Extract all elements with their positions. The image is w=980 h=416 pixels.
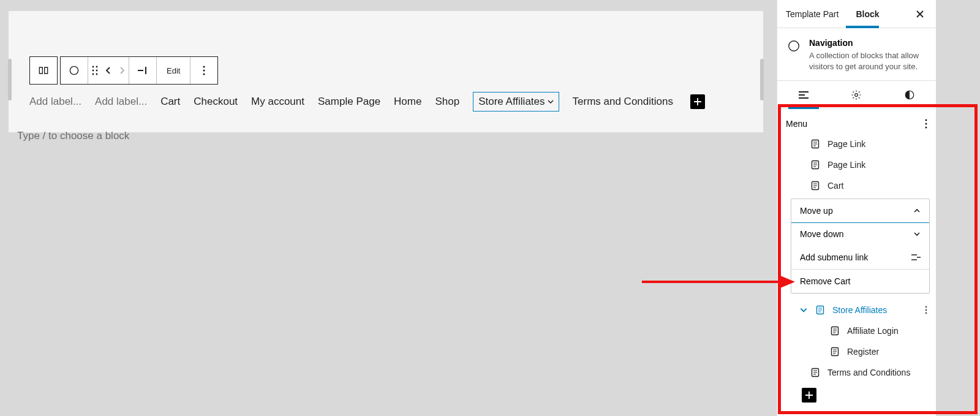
- nav-placeholder-1[interactable]: Add label...: [29, 96, 81, 108]
- svg-point-12: [789, 41, 799, 51]
- svg-point-5: [92, 74, 94, 75]
- block-options-button[interactable]: [190, 57, 217, 84]
- subtab-settings[interactable]: [830, 81, 883, 108]
- tab-block[interactable]: Block: [847, 0, 888, 28]
- close-inspector-button[interactable]: [909, 3, 931, 25]
- edit-button[interactable]: Edit: [157, 57, 190, 84]
- block-desc: A collection of blocks that allow visito…: [809, 50, 926, 72]
- chevron-left-icon: [105, 66, 112, 75]
- list-item-label: Store Affiliates: [832, 305, 887, 315]
- nav-item-store-affiliates[interactable]: Store Affiliates: [473, 92, 559, 112]
- svg-point-0: [70, 66, 78, 74]
- row-options-button[interactable]: [925, 306, 927, 314]
- list-item[interactable]: Register: [777, 341, 936, 362]
- drag-icon: [91, 65, 99, 76]
- svg-point-9: [203, 66, 205, 67]
- subtab-list-view[interactable]: [777, 81, 830, 108]
- nav-item-terms[interactable]: Terms and Conditions: [573, 96, 673, 108]
- template-part-icon: [37, 64, 50, 77]
- svg-point-6: [96, 74, 98, 75]
- ctx-remove[interactable]: Remove Cart: [791, 270, 929, 293]
- list-item-cart[interactable]: Cart: [777, 175, 936, 196]
- list-item-label: Page Link: [827, 139, 865, 149]
- inspector-subtabs: [777, 81, 936, 109]
- gear-icon: [851, 89, 862, 100]
- svg-rect-7: [138, 70, 143, 71]
- svg-point-22: [925, 306, 927, 308]
- list-item-store-affiliates[interactable]: Store Affiliates: [777, 300, 936, 320]
- chevron-down-icon: [913, 230, 921, 238]
- slash-placeholder[interactable]: Type / to choose a block: [17, 130, 129, 142]
- svg-rect-8: [145, 67, 146, 74]
- ctx-move-up[interactable]: Move up: [791, 199, 930, 223]
- ctx-move-down[interactable]: Move down: [791, 222, 929, 246]
- panel-menu-button[interactable]: [925, 119, 927, 129]
- toolbar-group-parent: [29, 56, 58, 85]
- list-item[interactable]: Terms and Conditions: [777, 362, 936, 383]
- svg-point-17: [925, 127, 927, 129]
- chevron-down-icon: [799, 306, 808, 314]
- page-link-icon: [809, 159, 821, 171]
- plus-icon: [805, 391, 813, 399]
- block-description: Navigation A collection of blocks that a…: [777, 28, 936, 81]
- list-item[interactable]: Page Link: [777, 154, 936, 175]
- drag-handle[interactable]: [88, 57, 102, 84]
- submenu-icon: [911, 254, 921, 261]
- close-icon: [916, 10, 924, 18]
- panel-title: Menu: [786, 119, 807, 129]
- resize-handle-left[interactable]: [8, 59, 12, 100]
- list-item[interactable]: Affiliate Login: [777, 320, 936, 341]
- resize-handle-right[interactable]: [760, 59, 764, 100]
- ctx-add-submenu[interactable]: Add submenu link: [791, 246, 929, 269]
- justify-right-icon: [137, 66, 149, 75]
- list-item-label: Page Link: [827, 160, 865, 170]
- svg-point-1: [92, 66, 94, 68]
- ctx-label: Remove Cart: [800, 276, 850, 286]
- navigation-block-button[interactable]: [61, 57, 88, 84]
- svg-point-16: [925, 123, 927, 125]
- plus-icon: [693, 97, 702, 106]
- block-title: Navigation: [809, 38, 926, 48]
- nav-item-label: Store Affiliates: [478, 96, 545, 108]
- page-link-icon: [809, 138, 821, 150]
- justify-button[interactable]: [129, 57, 156, 84]
- nav-item-sample-page[interactable]: Sample Page: [318, 96, 380, 108]
- inspector-panel: Template Part Block Navigation A collect…: [777, 0, 936, 416]
- navigation-block[interactable]: Add label... Add label... Cart Checkout …: [29, 92, 752, 112]
- svg-point-13: [855, 93, 858, 96]
- nav-item-cart[interactable]: Cart: [160, 96, 180, 108]
- nav-item-my-account[interactable]: My account: [251, 96, 304, 108]
- tab-template-part[interactable]: Template Part: [777, 0, 847, 28]
- menu-list: Page Link Page Link Cart Move up Move: [777, 132, 936, 404]
- menu-panel: Menu Page Link Page Link Cart: [777, 109, 936, 411]
- ctx-label: Move up: [800, 206, 833, 216]
- list-item-label: Affiliate Login: [847, 326, 899, 336]
- move-up-button[interactable]: [102, 57, 115, 84]
- subtab-styles[interactable]: [883, 81, 936, 108]
- chevron-up-icon: [913, 207, 921, 214]
- editor-canvas: Edit Add label... Add label... Cart Chec…: [9, 11, 763, 132]
- nav-item-checkout[interactable]: Checkout: [194, 96, 238, 108]
- list-item-label: Terms and Conditions: [827, 368, 910, 377]
- select-parent-button[interactable]: [30, 57, 57, 84]
- page-link-icon: [809, 180, 821, 192]
- chevron-down-icon: [548, 99, 554, 105]
- add-nav-item-button[interactable]: [690, 94, 705, 109]
- more-vertical-icon: [925, 306, 927, 314]
- ctx-label: Move down: [800, 229, 844, 239]
- svg-point-4: [96, 70, 98, 72]
- nav-item-home[interactable]: Home: [394, 96, 421, 108]
- annotation-arrow: [642, 273, 795, 291]
- list-item-label: Cart: [827, 181, 843, 191]
- list-item-label: Register: [847, 347, 879, 357]
- item-context-menu: Move up Move down Add submenu link Remov…: [791, 199, 930, 293]
- inspector-tabs: Template Part Block: [777, 0, 936, 28]
- svg-point-15: [925, 119, 927, 121]
- nav-item-shop[interactable]: Shop: [435, 96, 459, 108]
- list-item[interactable]: Page Link: [777, 134, 936, 154]
- add-menu-item-button[interactable]: [802, 388, 816, 403]
- svg-point-2: [96, 66, 98, 68]
- nav-placeholder-2[interactable]: Add label...: [95, 96, 147, 108]
- svg-point-23: [925, 309, 927, 311]
- svg-point-24: [925, 312, 927, 314]
